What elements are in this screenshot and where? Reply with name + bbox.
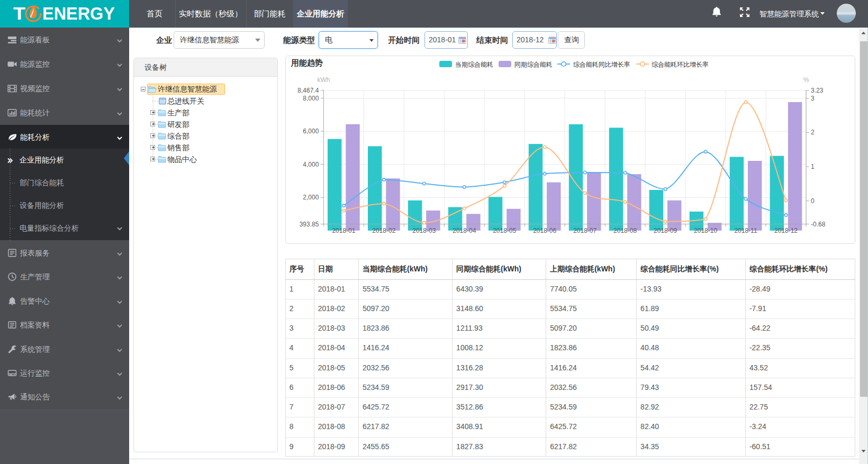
svg-text:kWh: kWh: [317, 76, 330, 84]
svg-text:2: 2: [811, 129, 815, 136]
svg-text:8,467.4: 8,467.4: [297, 87, 319, 94]
svg-text:6,000: 6,000: [303, 128, 319, 135]
svg-text:1: 1: [811, 163, 815, 170]
svg-text:2018-06: 2018-06: [533, 227, 556, 234]
svg-text:2018-11: 2018-11: [734, 227, 757, 234]
svg-text:2018-10: 2018-10: [694, 227, 717, 234]
svg-text:4,000: 4,000: [303, 161, 319, 168]
svg-text:2018-07: 2018-07: [573, 227, 596, 234]
svg-text:-0.68: -0.68: [811, 221, 826, 228]
svg-text:3: 3: [811, 95, 815, 102]
svg-text:3.23: 3.23: [811, 87, 824, 94]
svg-text:0: 0: [811, 197, 815, 205]
svg-text:2018-05: 2018-05: [493, 227, 516, 234]
svg-text:2018-08: 2018-08: [613, 227, 637, 234]
svg-text:ENERGY: ENERGY: [42, 4, 115, 23]
svg-text:8,000: 8,000: [303, 95, 319, 102]
svg-text:2018-01: 2018-01: [332, 227, 355, 234]
svg-text:2018-09: 2018-09: [654, 227, 677, 234]
svg-text:2018-04: 2018-04: [453, 227, 476, 234]
svg-text:%: %: [803, 76, 809, 84]
svg-text:2018-02: 2018-02: [372, 227, 395, 234]
svg-text:2018-03: 2018-03: [412, 227, 436, 234]
svg-text:T: T: [13, 4, 25, 23]
svg-text:2018-12: 2018-12: [774, 227, 798, 234]
svg-text:393.85: 393.85: [300, 221, 319, 228]
svg-text:2,000: 2,000: [303, 194, 319, 201]
